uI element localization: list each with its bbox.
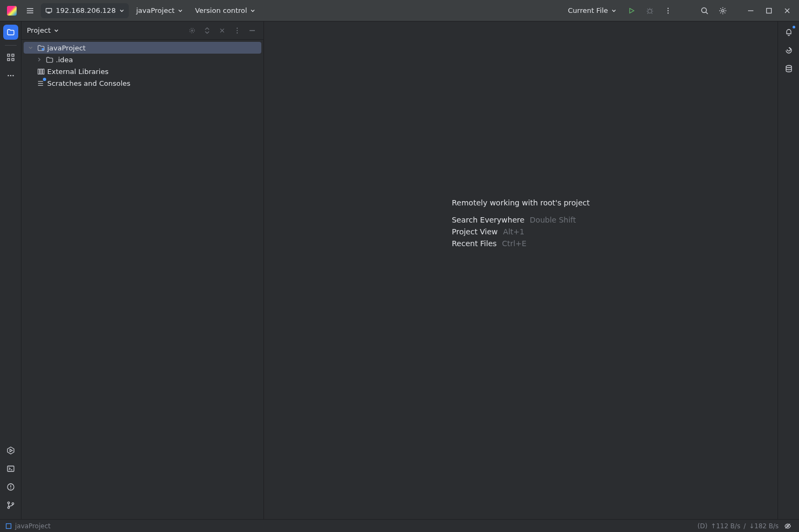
ai-assistant-button[interactable]	[781, 43, 796, 58]
run-button[interactable]	[624, 3, 639, 18]
tree-external-libs-row[interactable]: External Libraries	[24, 65, 261, 77]
run-config-dropdown[interactable]: Current File	[563, 3, 621, 18]
tree-scratches-label: Scratches and Consoles	[47, 79, 130, 87]
hint-search-everywhere[interactable]: Search Everywhere Double Shift	[452, 216, 590, 224]
close-icon	[219, 27, 225, 34]
chevron-down-icon	[119, 8, 124, 13]
more-tools-button[interactable]	[3, 68, 18, 83]
hint-project-view[interactable]: Project View Alt+1	[452, 227, 590, 236]
terminal-tool-button[interactable]	[3, 461, 18, 476]
window-maximize-button[interactable]	[761, 3, 776, 18]
terminal-icon	[6, 464, 15, 473]
vcs-menu-label: Version control	[195, 6, 247, 14]
hint-title: Remotely working with root's project	[452, 198, 590, 207]
status-module-label[interactable]: javaProject	[15, 522, 50, 530]
project-menu-label: javaProject	[136, 6, 175, 14]
project-tool-title: Project	[27, 26, 50, 34]
vcs-tool-button[interactable]	[3, 498, 18, 513]
svg-line-19	[706, 12, 708, 14]
tree-root-row[interactable]: javaProject	[24, 42, 261, 54]
svg-point-16	[668, 10, 669, 11]
panel-options-button[interactable]	[231, 25, 243, 36]
search-icon	[700, 6, 709, 15]
svg-point-18	[702, 8, 707, 12]
svg-point-43	[192, 29, 193, 31]
svg-point-46	[237, 27, 238, 28]
more-actions-button[interactable]	[661, 3, 676, 18]
remote-host-dropdown[interactable]: 192.168.206.128	[41, 3, 129, 18]
module-icon	[5, 523, 12, 529]
tree-spacer	[27, 68, 34, 75]
chevron-down-icon[interactable]	[27, 44, 34, 51]
title-bar: 192.168.206.128 javaProject Version cont…	[0, 0, 799, 21]
tree-idea-label: .idea	[56, 56, 73, 64]
minimize-icon	[248, 27, 256, 34]
main-menu-button[interactable]	[23, 3, 38, 18]
svg-rect-27	[8, 58, 10, 61]
editor-area: Remotely working with root's project Sea…	[264, 21, 778, 519]
folder-icon	[45, 55, 54, 64]
window-minimize-button[interactable]	[743, 3, 758, 18]
project-tree[interactable]: javaProject .idea External Libraries	[21, 40, 263, 519]
hint-recent-files[interactable]: Recent Files Ctrl+E	[452, 239, 590, 248]
svg-marker-33	[10, 449, 12, 452]
svg-line-11	[647, 12, 648, 13]
tree-spacer	[27, 79, 34, 87]
notifications-button[interactable]	[781, 25, 796, 40]
problems-tool-button[interactable]	[3, 479, 18, 494]
svg-rect-51	[38, 69, 39, 73]
chevron-down-icon[interactable]	[54, 28, 59, 33]
services-tool-button[interactable]	[3, 443, 18, 458]
status-indicator-button[interactable]	[782, 521, 794, 531]
tree-scratches-row[interactable]: Scratches and Consoles	[24, 77, 261, 89]
svg-line-12	[651, 12, 653, 13]
svg-point-31	[12, 75, 13, 76]
debug-button[interactable]	[642, 3, 657, 18]
bug-icon	[646, 7, 654, 14]
tree-root-label: javaProject	[47, 44, 86, 52]
svg-line-13	[647, 9, 648, 10]
svg-rect-3	[46, 8, 52, 12]
search-button[interactable]	[697, 3, 712, 18]
select-opened-file-button[interactable]	[186, 25, 198, 36]
hint-shortcut: Ctrl+E	[502, 239, 527, 248]
settings-button[interactable]	[715, 3, 730, 18]
svg-rect-58	[6, 523, 11, 528]
expand-collapse-button[interactable]	[201, 25, 213, 36]
svg-rect-22	[767, 8, 772, 13]
svg-point-29	[8, 75, 9, 76]
project-tool-button[interactable]	[3, 25, 18, 40]
svg-marker-6	[630, 8, 634, 13]
svg-rect-53	[42, 69, 44, 73]
minimize-icon	[747, 7, 754, 14]
chevron-right-icon[interactable]	[35, 56, 43, 63]
window-close-button[interactable]	[780, 3, 795, 18]
kebab-icon	[233, 27, 241, 34]
structure-tool-button[interactable]	[3, 50, 18, 65]
status-net-down[interactable]: ↓182 B/s	[749, 522, 779, 530]
remote-host-icon	[45, 7, 53, 14]
status-net-up[interactable]: ↑112 B/s	[710, 522, 740, 530]
hint-label: Project View	[452, 227, 498, 236]
svg-point-42	[190, 28, 195, 33]
hint-shortcut: Double Shift	[530, 216, 576, 224]
vcs-menu[interactable]: Version control	[190, 3, 260, 18]
tree-external-libs-label: External Libraries	[47, 68, 108, 76]
tree-idea-row[interactable]: .idea	[24, 54, 261, 65]
hamburger-icon	[26, 6, 34, 15]
collapse-all-button[interactable]	[216, 25, 228, 36]
project-menu[interactable]: javaProject	[132, 3, 188, 18]
database-tool-button[interactable]	[781, 61, 796, 76]
main-body: Project	[0, 21, 799, 519]
hide-panel-button[interactable]	[246, 25, 258, 36]
svg-line-14	[651, 9, 653, 10]
chevron-down-icon	[178, 8, 183, 13]
status-net-sep: /	[744, 522, 746, 530]
svg-point-40	[8, 507, 9, 508]
remote-host-label: 192.168.206.128	[56, 6, 116, 14]
app-logo[interactable]	[4, 3, 19, 18]
warning-circle-icon	[6, 483, 15, 491]
svg-rect-28	[12, 58, 14, 61]
svg-point-47	[237, 29, 238, 31]
folder-icon	[6, 28, 15, 36]
